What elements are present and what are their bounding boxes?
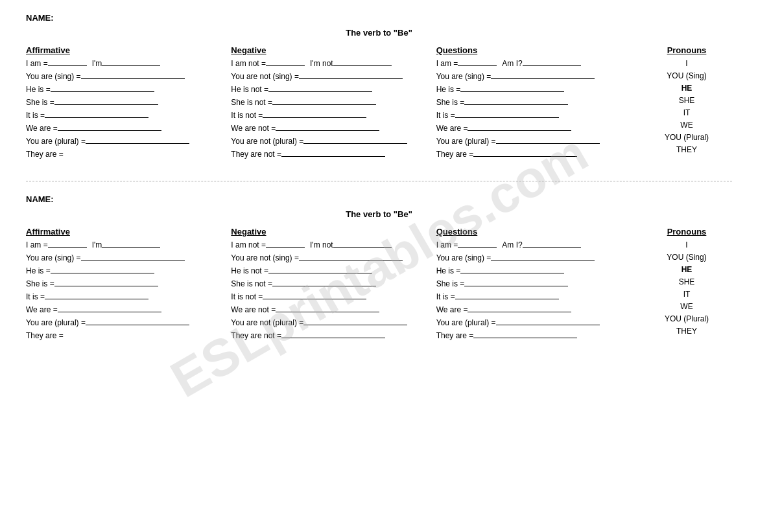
row-label: He is not = (231, 84, 268, 95)
fill-line (276, 130, 379, 131)
fill-line (263, 299, 366, 299)
pronouns-header-2: Pronouns (641, 227, 732, 237)
table-row: We are not = (231, 122, 429, 134)
affirmative-col-1: Affirmative I am = I'm You are (sing) = … (26, 45, 231, 161)
fill-line (58, 130, 161, 131)
row-label: She is not = (231, 97, 272, 108)
row-label: It is not = (231, 291, 263, 303)
title-1: The verb to "Be" (26, 28, 732, 38)
row-label: You are (plural) = (436, 135, 496, 147)
table-row: You are not (plural) = (231, 135, 429, 147)
row-label: You are (plural) = (26, 135, 86, 147)
pronoun-item: I (641, 58, 732, 70)
table-row: It is not = (231, 291, 429, 303)
row-label: It is = (26, 291, 45, 303)
fill-line (523, 247, 581, 248)
table-row: You are not (sing) = (231, 252, 429, 264)
row-label: He is = (26, 84, 51, 95)
table-row: It is not = (231, 110, 429, 121)
pronoun-item: WE (641, 301, 732, 313)
table-row: She is = (436, 97, 635, 108)
table-row: He is = (26, 84, 224, 95)
table-row: I am = Am I? (436, 58, 635, 69)
table-row: We are = (26, 122, 224, 134)
row-label: We are = (436, 122, 468, 134)
table-row: She is not = (231, 97, 429, 108)
fill-line (473, 338, 577, 338)
fill-line (102, 65, 160, 66)
row-label: I'm not (310, 239, 333, 251)
columns-1: Affirmative I am = I'm You are (sing) = … (26, 45, 732, 161)
row-label: I am = (436, 239, 458, 251)
row-label: It is = (26, 110, 45, 121)
pronoun-item: SHE (641, 276, 732, 288)
negative-col-2: Negative I am not = I'm not You are not … (231, 227, 436, 343)
table-row: He is not = (231, 84, 429, 95)
row-label: You are (sing) = (26, 252, 81, 264)
fill-line (303, 143, 407, 144)
row-label: They are = (436, 330, 474, 341)
table-row: He is = (26, 265, 224, 277)
fill-line (458, 65, 497, 66)
fill-line (460, 273, 564, 273)
row-label: You are not (sing) = (231, 71, 299, 82)
fill-line (272, 104, 376, 105)
row-label: He is = (26, 265, 51, 277)
row-label: We are = (436, 304, 468, 316)
fill-line (48, 65, 87, 66)
affirmative-header-1: Affirmative (26, 45, 224, 55)
negative-header-1: Negative (231, 45, 429, 55)
table-row: It is = (26, 291, 224, 303)
page: ESLprintables.com NAME: The verb to "Be"… (0, 0, 758, 375)
fill-line (464, 286, 568, 286)
worksheet-1: NAME: The verb to "Be" Affirmative I am … (26, 13, 732, 161)
pronouns-col-1: Pronouns I YOU (Sing) HE SHE IT WE YOU (… (641, 45, 732, 161)
pronoun-item: YOU (Plural) (641, 132, 732, 144)
fill-line (491, 260, 595, 260)
fill-line (455, 299, 559, 299)
row-label: I am not = (231, 239, 266, 251)
table-row: You are (plural) = (436, 135, 635, 147)
row-label: Am I? (502, 58, 522, 69)
pronoun-item: YOU (Sing) (641, 70, 732, 82)
table-row: You are (plural) = (436, 317, 635, 329)
table-row: It is = (436, 291, 635, 303)
fill-line (51, 91, 154, 92)
table-row: They are not = (231, 330, 429, 341)
row-label: You are (sing) = (26, 71, 81, 82)
row-label: It is = (436, 110, 455, 121)
title-2: The verb to "Be" (26, 209, 732, 219)
fill-line (455, 117, 559, 118)
table-row: It is = (26, 110, 224, 121)
fill-line (81, 260, 185, 260)
row-label: He is not = (231, 265, 268, 277)
affirmative-col-2: Affirmative I am = I'm You are (sing) = … (26, 227, 231, 343)
row-label: They are = (26, 330, 64, 341)
pronoun-item: SHE (641, 95, 732, 107)
table-row: I am not = I'm not (231, 239, 429, 251)
fill-line (333, 247, 392, 248)
negative-col-1: Negative I am not = I'm not You are not … (231, 45, 436, 161)
pronoun-item: HE (641, 82, 732, 95)
pronoun-item: YOU (Plural) (641, 313, 732, 325)
row-label: She is = (26, 278, 54, 290)
row-label: I'm (92, 239, 102, 251)
fill-line (266, 65, 305, 66)
questions-header-1: Questions (436, 45, 635, 55)
fill-line (54, 104, 158, 105)
fill-line (496, 325, 600, 325)
row-label: I am not = (231, 58, 266, 69)
questions-col-2: Questions I am = Am I? You are (sing) = … (436, 227, 641, 343)
table-row: She is = (26, 97, 224, 108)
pronoun-item: IT (641, 107, 732, 119)
fill-line (86, 325, 189, 325)
fill-line (86, 143, 189, 144)
fill-line (102, 247, 160, 248)
row-label: You are (sing) = (436, 252, 492, 264)
table-row: They are = (26, 148, 224, 160)
row-label: He is = (436, 84, 461, 95)
row-label: She is = (436, 278, 465, 290)
fill-line (263, 117, 366, 118)
affirmative-header-2: Affirmative (26, 227, 224, 237)
pronoun-item: YOU (Sing) (641, 251, 732, 264)
